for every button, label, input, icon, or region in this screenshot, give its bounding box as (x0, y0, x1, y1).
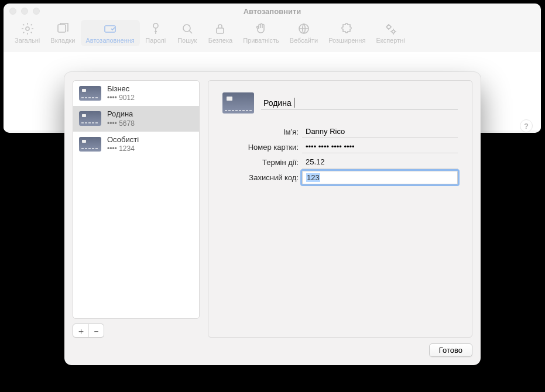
svg-rect-1 (58, 25, 66, 32)
globe-icon (297, 22, 311, 36)
gear-icon (20, 22, 35, 36)
svg-point-8 (392, 30, 395, 33)
svg-point-3 (153, 23, 158, 28)
minus-icon: － (92, 326, 101, 335)
done-button[interactable]: Готово (429, 343, 472, 357)
tab-general[interactable]: Загальні (9, 20, 45, 46)
svg-point-4 (183, 25, 190, 32)
credit-card-icon (222, 92, 254, 114)
tab-extensions[interactable]: Розширення (323, 20, 371, 46)
card-mask: •••• 1234 (107, 145, 139, 153)
cvv-label: Захисний код: (222, 173, 299, 182)
tab-websites[interactable]: Вебсайти (285, 20, 323, 46)
tab-tabs[interactable]: Вкладки (45, 20, 80, 46)
cardholder-name-input[interactable] (302, 125, 458, 138)
tab-autofill[interactable]: Автозаповнення (81, 20, 140, 46)
cards-list[interactable]: Бізнес •••• 9012 Родина •••• 5678 Особис… (73, 80, 200, 319)
svg-point-7 (387, 25, 390, 29)
card-detail-panel: Ім’я: Номер картки: Термін дії: Захисний… (208, 80, 472, 338)
card-item-2[interactable]: Особисті •••• 1234 (73, 132, 199, 157)
help-icon: ? (524, 122, 529, 130)
tabs-icon (56, 22, 70, 36)
plus-icon: ＋ (77, 326, 85, 335)
help-button[interactable]: ? (520, 119, 533, 132)
card-mask: •••• 5678 (107, 119, 135, 128)
preferences-toolbar: Загальні Вкладки Автозаповнення Паролі П… (4, 19, 541, 51)
add-card-button[interactable]: ＋ (73, 324, 88, 337)
card-description-input[interactable] (261, 96, 458, 110)
titlebar: Автозаповнити (4, 4, 541, 19)
key-icon (149, 22, 163, 36)
puzzle-icon (340, 22, 354, 36)
credit-card-icon (79, 86, 101, 101)
card-number-input[interactable] (302, 140, 458, 153)
search-icon (180, 22, 194, 36)
credit-card-icon (79, 137, 101, 152)
expiry-label: Термін дії: (222, 158, 299, 167)
card-title: Родина (107, 109, 135, 119)
svg-rect-5 (217, 28, 224, 33)
list-add-remove: ＋ － (73, 324, 104, 338)
window-title: Автозаповнити (4, 7, 541, 16)
hand-icon (254, 22, 268, 36)
card-mask: •••• 9012 (107, 94, 135, 102)
card-title: Бізнес (107, 84, 135, 94)
text-caret (294, 98, 294, 108)
remove-card-button[interactable]: － (88, 324, 104, 337)
tab-passwords[interactable]: Паролі (140, 20, 172, 46)
cards-list-panel: Бізнес •••• 9012 Родина •••• 5678 Особис… (73, 80, 200, 338)
autofill-icon (103, 22, 117, 36)
svg-point-0 (26, 27, 29, 30)
card-item-0[interactable]: Бізнес •••• 9012 (73, 81, 199, 106)
tab-advanced[interactable]: Експертні (371, 20, 410, 46)
gears-icon (383, 22, 397, 36)
lock-icon (213, 22, 227, 36)
name-label: Ім’я: (222, 128, 299, 136)
tab-privacy[interactable]: Приватність (238, 20, 285, 46)
card-title: Особисті (107, 135, 139, 145)
security-code-value: 123 (306, 173, 320, 182)
tab-search[interactable]: Пошук (172, 20, 203, 46)
credit-cards-sheet: Бізнес •••• 9012 Родина •••• 5678 Особис… (64, 72, 481, 365)
credit-card-icon (79, 111, 101, 126)
tab-security[interactable]: Безпека (203, 20, 238, 46)
number-label: Номер картки: (222, 143, 299, 152)
expiry-input[interactable] (302, 156, 458, 169)
security-code-input[interactable]: 123 (302, 171, 458, 184)
card-item-1[interactable]: Родина •••• 5678 (73, 106, 199, 131)
